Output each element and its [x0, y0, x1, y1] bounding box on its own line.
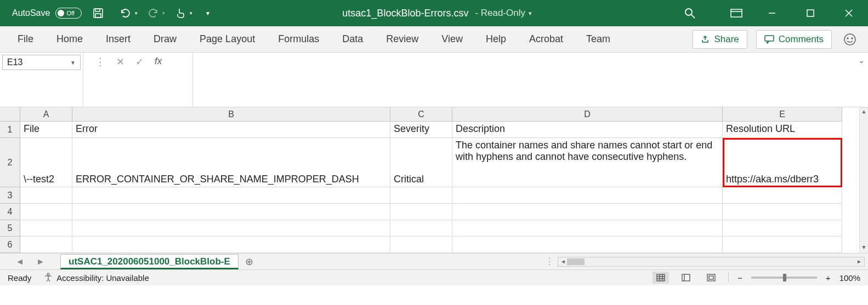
sheet-next-icon[interactable]: ► [36, 257, 45, 267]
touch-mode-icon[interactable]: ▾ [174, 7, 187, 20]
cell-a6[interactable] [20, 237, 72, 253]
select-all-corner[interactable] [0, 107, 20, 122]
cell-e1[interactable]: Resolution URL [723, 122, 842, 138]
cell-c4[interactable] [390, 204, 452, 220]
cell-e6[interactable] [723, 237, 842, 253]
cell-a1[interactable]: File [20, 122, 72, 138]
insert-function-icon[interactable]: fx [155, 56, 162, 67]
add-sheet-button[interactable]: ⊕ [239, 256, 260, 268]
namebox-dropdown-icon[interactable]: ▼ [70, 60, 76, 66]
tab-view[interactable]: View [437, 30, 467, 48]
save-icon[interactable] [92, 7, 105, 20]
cell-b3[interactable] [72, 187, 390, 204]
hscroll-thumb[interactable] [567, 258, 585, 265]
cell-a3[interactable] [20, 187, 72, 204]
zoom-in-button[interactable]: + [826, 273, 831, 283]
tab-formulas[interactable]: Formulas [274, 30, 324, 48]
zoom-level[interactable]: 100% [839, 273, 860, 283]
cell-c2[interactable]: Critical [390, 138, 452, 187]
tab-file[interactable]: File [13, 30, 38, 48]
cell-e3[interactable] [723, 187, 842, 204]
minimize-button[interactable] [753, 0, 791, 26]
zoom-slider[interactable] [751, 277, 817, 279]
scroll-left-icon[interactable]: ◄ [560, 258, 566, 264]
cell-a5[interactable] [20, 220, 72, 237]
cell-d4[interactable] [452, 204, 723, 220]
row-header-2[interactable]: 2 [0, 138, 20, 187]
tab-review[interactable]: Review [382, 30, 423, 48]
zoom-out-button[interactable]: − [737, 273, 742, 283]
tab-home[interactable]: Home [52, 30, 87, 48]
scroll-down-icon[interactable]: ▼ [861, 244, 867, 252]
cell-c5[interactable] [390, 220, 452, 237]
col-header-c[interactable]: C [390, 107, 452, 122]
col-header-d[interactable]: D [452, 107, 723, 122]
feedback-smiley-icon[interactable] [841, 30, 859, 49]
cell-d3[interactable] [452, 187, 723, 204]
scroll-right-icon[interactable]: ► [856, 258, 862, 264]
col-header-b[interactable]: B [72, 107, 390, 122]
horizontal-scrollbar[interactable]: ◄ ► [558, 257, 865, 267]
cell-d5[interactable] [452, 220, 723, 237]
cell-a2[interactable]: \--test2 [20, 138, 72, 187]
expand-formula-bar-icon[interactable]: ⌄ [855, 53, 868, 107]
row-header-3[interactable]: 3 [0, 187, 20, 204]
cancel-formula-icon[interactable]: ✕ [116, 56, 124, 68]
search-button[interactable] [660, 7, 720, 19]
row-header-1[interactable]: 1 [0, 122, 20, 138]
view-page-layout-icon[interactable] [678, 272, 694, 284]
cell-b2[interactable]: ERROR_CONTAINER_OR_SHARE_NAME_IMPROPER_D… [72, 138, 390, 187]
tab-data[interactable]: Data [338, 30, 367, 48]
view-normal-icon[interactable] [653, 272, 669, 284]
ribbon-display-options-icon[interactable] [720, 0, 753, 26]
tab-insert[interactable]: Insert [101, 30, 135, 48]
tab-help[interactable]: Help [481, 30, 510, 48]
cell-d2[interactable]: The container names and share names cann… [452, 138, 723, 187]
share-button[interactable]: Share [693, 30, 747, 49]
cell-c3[interactable] [390, 187, 452, 204]
qat-customize-icon[interactable]: ▾ [201, 7, 214, 20]
maximize-button[interactable] [791, 0, 830, 26]
enter-formula-icon[interactable]: ✓ [135, 56, 144, 68]
row-header-5[interactable]: 5 [0, 220, 20, 237]
tab-team[interactable]: Team [582, 30, 615, 48]
row-header-6[interactable]: 6 [0, 237, 20, 253]
formula-input[interactable] [193, 53, 855, 107]
tab-draw[interactable]: Draw [149, 30, 181, 48]
cell-e5[interactable] [723, 220, 842, 237]
cell-c6[interactable] [390, 237, 452, 253]
sheet-nav[interactable]: ◄ ► [0, 257, 60, 267]
cell-b5[interactable] [72, 220, 390, 237]
sheet-grip-icon[interactable]: ⋮ [541, 256, 558, 267]
view-page-break-icon[interactable] [703, 272, 719, 284]
cells-region[interactable]: File Error Severity Description Resoluti… [20, 122, 859, 253]
cell-d1[interactable]: Description [452, 122, 723, 138]
cell-b4[interactable] [72, 204, 390, 220]
sheet-tab-active[interactable]: utSAC1_202006051000_BlockBlob-E [60, 254, 239, 269]
cell-d6[interactable] [452, 237, 723, 253]
cell-b6[interactable] [72, 237, 390, 253]
sheet-prev-icon[interactable]: ◄ [15, 257, 24, 267]
row-header-4[interactable]: 4 [0, 204, 20, 220]
accessibility-status[interactable]: Accessibility: Unavailable [43, 273, 149, 283]
readonly-indicator[interactable]: - Read-Only ▾ [475, 8, 532, 19]
cell-c1[interactable]: Severity [390, 122, 452, 138]
touch-dropdown-icon[interactable]: ▾ [190, 10, 192, 16]
cell-b1[interactable]: Error [72, 122, 390, 138]
undo-icon[interactable]: ▾ [119, 7, 132, 20]
close-button[interactable] [830, 0, 868, 26]
col-header-e[interactable]: E [723, 107, 842, 122]
cell-a4[interactable] [20, 204, 72, 220]
autosave-switch[interactable]: Off [55, 8, 82, 19]
scroll-up-icon[interactable]: ▲ [861, 108, 867, 116]
undo-dropdown-icon[interactable]: ▾ [135, 10, 138, 16]
col-header-a[interactable]: A [20, 107, 72, 122]
name-box[interactable]: E13 ▼ [2, 55, 81, 70]
vertical-scrollbar[interactable]: ▲ ▼ [859, 107, 868, 253]
cell-e2[interactable]: https://aka.ms/dberr3 [723, 138, 842, 187]
cell-e4[interactable] [723, 204, 842, 220]
tab-page-layout[interactable]: Page Layout [195, 30, 259, 48]
comments-button[interactable]: Comments [756, 30, 832, 49]
tab-acrobat[interactable]: Acrobat [525, 30, 568, 48]
zoom-slider-knob[interactable] [783, 274, 786, 281]
